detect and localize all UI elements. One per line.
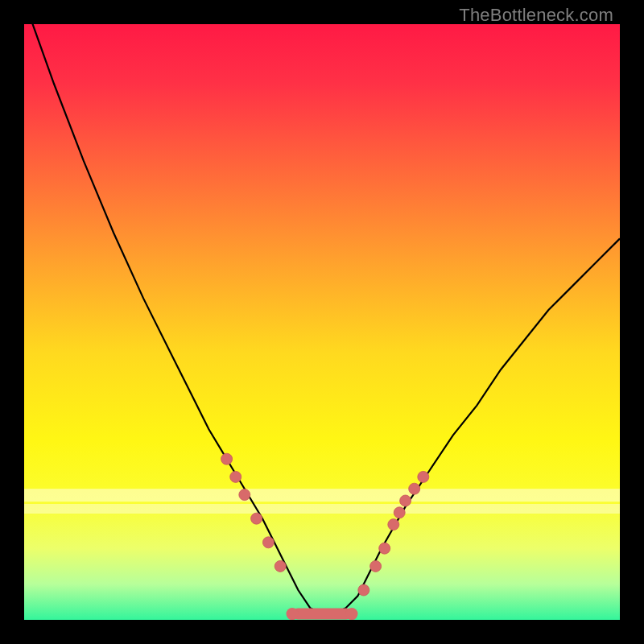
data-markers [221,453,429,596]
data-marker [379,543,390,554]
data-marker [230,471,242,482]
chart-overlay [24,24,620,620]
data-marker [262,537,274,548]
data-marker [388,519,399,530]
data-marker [409,483,420,494]
valley-band [287,608,358,620]
bottleneck-curve [24,0,620,613]
data-marker [418,471,429,482]
valley-band-cap [346,608,358,620]
data-marker [275,560,286,572]
data-marker [221,453,233,464]
watermark-text: TheBottleneck.com [459,5,613,26]
valley-band-rect [292,609,352,620]
data-marker [239,489,250,501]
data-marker [370,560,382,572]
data-marker [358,584,369,596]
data-marker [251,513,262,524]
valley-band-cap [287,608,299,620]
data-marker [394,507,405,518]
data-marker [400,495,411,506]
